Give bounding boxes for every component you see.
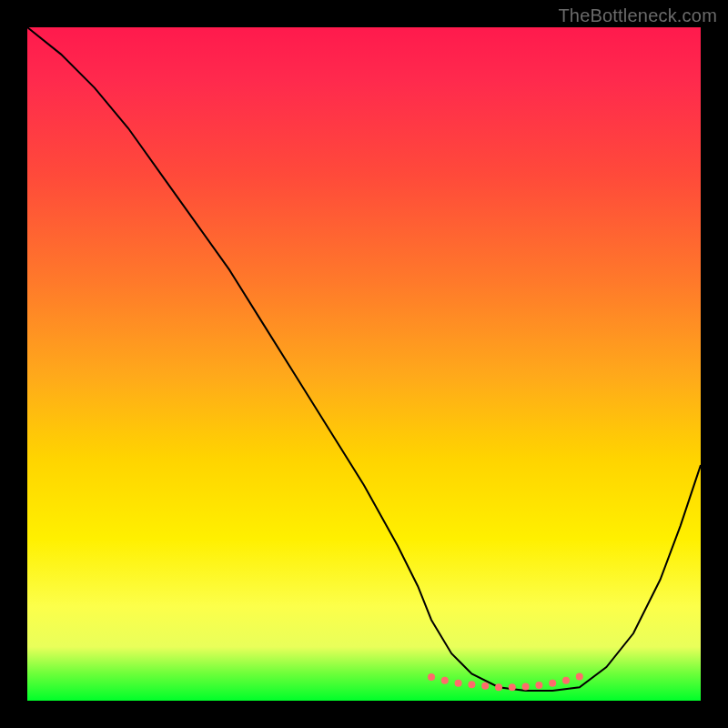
trough-marker	[576, 672, 583, 680]
watermark-text: TheBottleneck.com	[558, 5, 717, 26]
trough-marker	[535, 682, 542, 689]
curve-svg	[27, 27, 701, 701]
trough-marker	[562, 677, 570, 684]
trough-marker	[468, 681, 475, 688]
bottleneck-curve	[27, 27, 701, 691]
trough-marker	[428, 673, 435, 681]
trough-marker	[495, 683, 502, 691]
trough-marker	[481, 682, 489, 690]
chart-stage: TheBottleneck.com	[0, 0, 728, 728]
trough-marker	[509, 683, 516, 691]
trough-marker	[549, 680, 556, 687]
trough-marker	[441, 677, 449, 684]
trough-marker	[455, 680, 462, 687]
trough-marker	[522, 683, 530, 691]
gradient-plot-area	[27, 27, 701, 701]
